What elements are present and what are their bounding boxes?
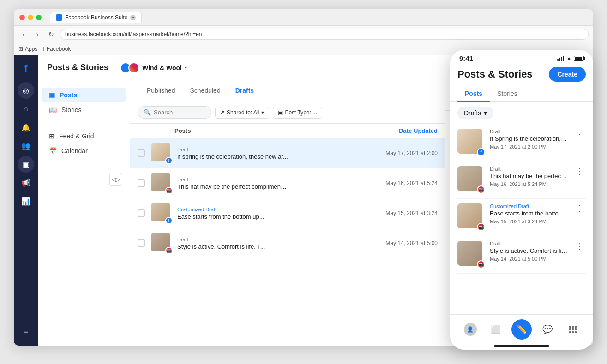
post-type-filter[interactable]: ▣ Post Type: ... bbox=[273, 107, 322, 119]
mobile-thumbnail-3: 📷 bbox=[457, 203, 485, 231]
mobile-nav-apps[interactable] bbox=[563, 319, 583, 340]
search-input[interactable] bbox=[154, 109, 205, 116]
more-options-button-2[interactable]: ⋮ bbox=[574, 166, 586, 176]
mobile-page-title: Posts & Stories bbox=[457, 68, 533, 80]
mobile-bottom-nav: 👤 ⬜ ✏️ 💬 bbox=[450, 314, 593, 343]
post-label-3: Customized Draft bbox=[177, 207, 385, 212]
bookmark-facebook-label: Facebook bbox=[47, 46, 71, 52]
mobile-nav-profile[interactable]: 👤 bbox=[460, 319, 481, 340]
tab-label: Facebook Business Suite bbox=[65, 14, 127, 21]
list-item[interactable]: 📷 Draft Style is active. Comfort is life… bbox=[457, 236, 586, 274]
mobile-filter-button[interactable]: Drafts ▾ bbox=[457, 107, 493, 119]
sidebar-icon-bell[interactable]: 🔔 bbox=[18, 119, 34, 136]
sidebar-icon-home[interactable]: ⌂ bbox=[18, 101, 34, 117]
bookmark-apps-label: Apps bbox=[25, 46, 37, 52]
nav-item-posts[interactable]: ▣ Posts bbox=[42, 88, 126, 102]
collapse-panel-button[interactable]: ◁▷ bbox=[109, 173, 122, 186]
signal-bar-4 bbox=[563, 56, 564, 61]
mobile-tab-posts[interactable]: Posts bbox=[457, 86, 490, 102]
post-text-2: This hat may be the perfect compliment t… bbox=[177, 183, 288, 190]
platform-badge-fb: f bbox=[165, 157, 173, 164]
post-info-4: Draft Style is active. Comfort is life. … bbox=[177, 237, 385, 250]
mobile-post-text-1: If Spring is the celebration, th... bbox=[490, 135, 568, 143]
account-name: Wind & Wool bbox=[142, 64, 182, 72]
nav-section-secondary: ⊞ Feed & Grid 📅 Calendar bbox=[38, 129, 130, 158]
page-header-left: Posts & Stories Wind & Wool ▾ bbox=[47, 62, 187, 73]
mobile-filter-label: Drafts bbox=[464, 109, 481, 117]
post-text-1: If spring is the celebration, these new … bbox=[177, 153, 288, 160]
mobile-post-label-1: Draft bbox=[490, 129, 569, 134]
post-text-3: Ease starts from the bottom up... bbox=[177, 213, 288, 220]
mobile-nav-messages[interactable]: 💬 bbox=[537, 319, 558, 340]
sidebar-icon-users[interactable]: 👥 bbox=[18, 137, 34, 154]
sidebar-icon-menu[interactable]: ≡ bbox=[18, 324, 34, 341]
posts-list: f Draft If spring is the celebration, th… bbox=[130, 138, 445, 346]
shared-to-filter[interactable]: ↗ Shared to: All ▾ bbox=[215, 107, 269, 119]
address-bar[interactable] bbox=[60, 29, 589, 40]
mobile-create-button[interactable]: Create bbox=[549, 67, 586, 82]
browser-tab[interactable]: Facebook Business Suite × bbox=[50, 12, 142, 23]
account-avatars bbox=[120, 62, 139, 73]
forward-button[interactable]: › bbox=[32, 29, 42, 39]
mobile-post-label-2: Draft bbox=[490, 166, 569, 172]
post-date-2: May 16, 2021 at 5:24 bbox=[385, 180, 438, 186]
table-row[interactable]: 📷 Draft This hat may be the perfect comp… bbox=[130, 168, 445, 198]
post-checkbox-2[interactable] bbox=[138, 179, 145, 187]
nav-calendar-label: Calendar bbox=[61, 147, 88, 155]
calendar-icon: 📅 bbox=[49, 147, 57, 155]
nav-item-calendar[interactable]: 📅 Calendar bbox=[42, 143, 126, 158]
post-checkbox-4[interactable] bbox=[138, 239, 145, 247]
share-icon: ↗ bbox=[220, 109, 225, 116]
account-selector[interactable]: Wind & Wool ▾ bbox=[120, 62, 187, 73]
facebook-icon: f bbox=[43, 46, 44, 52]
battery-icon bbox=[574, 56, 584, 61]
mobile-post-info-4: Draft Style is active. Comfort is life..… bbox=[490, 241, 569, 262]
mobile-thumbnail-2: 📷 bbox=[457, 166, 485, 194]
search-box[interactable]: 🔍 bbox=[138, 106, 211, 119]
tab-drafts[interactable]: Drafts bbox=[228, 80, 261, 101]
mobile-nav-pages[interactable]: ⬜ bbox=[486, 319, 506, 340]
post-thumbnail-3: f bbox=[151, 203, 172, 223]
sidebar-icon-compass[interactable]: ◎ bbox=[18, 82, 34, 99]
table-row[interactable]: f Draft If spring is the celebration, th… bbox=[130, 138, 445, 168]
list-item[interactable]: 📷 Draft This hat may be the perfect c...… bbox=[457, 161, 586, 199]
mobile-post-date-4: May 14, 2021 at 5:00 PM bbox=[490, 256, 569, 262]
minimize-btn[interactable] bbox=[28, 15, 33, 20]
reload-button[interactable]: ↻ bbox=[46, 29, 56, 39]
list-item[interactable]: 📷 Customized Draft Ease starts from the … bbox=[457, 199, 586, 236]
bookmark-apps[interactable]: ⊞ Apps bbox=[18, 46, 37, 52]
shared-to-label: Shared to: All bbox=[227, 109, 259, 116]
browser-titlebar: Facebook Business Suite × bbox=[14, 9, 593, 26]
sidebar-icon-chart[interactable]: 📊 bbox=[18, 193, 34, 209]
signal-bar-2 bbox=[559, 58, 560, 61]
nav-item-feed-grid[interactable]: ⊞ Feed & Grid bbox=[42, 129, 126, 143]
mobile-header: Posts & Stories Create bbox=[450, 64, 593, 86]
bookmark-facebook[interactable]: f Facebook bbox=[43, 46, 71, 52]
post-checkbox-1[interactable] bbox=[138, 149, 145, 157]
tab-published[interactable]: Published bbox=[139, 80, 183, 101]
sidebar-icon-posts[interactable]: ▣ bbox=[18, 156, 34, 173]
mobile-post-info-1: Draft If Spring is the celebration, th..… bbox=[490, 129, 569, 149]
post-checkbox-3[interactable] bbox=[138, 209, 145, 217]
mobile-post-text-3: Ease starts from the bottom u... bbox=[490, 210, 568, 218]
more-options-button-4[interactable]: ⋮ bbox=[574, 241, 586, 251]
mobile-nav-compose[interactable]: ✏️ bbox=[511, 319, 532, 340]
mobile-tab-stories[interactable]: Stories bbox=[490, 86, 525, 102]
nav-item-stories[interactable]: 📖 Stories bbox=[42, 102, 126, 117]
posts-column-header: Posts bbox=[174, 127, 364, 134]
table-row[interactable]: 📷 Draft Style is active. Comfort is life… bbox=[130, 228, 445, 258]
nav-stories-label: Stories bbox=[61, 106, 82, 113]
tab-close-icon[interactable]: × bbox=[130, 15, 136, 20]
more-options-button-1[interactable]: ⋮ bbox=[574, 129, 586, 139]
chevron-down-icon: ▾ bbox=[185, 65, 187, 70]
mobile-platform-ig-3: 📷 bbox=[477, 223, 485, 231]
list-item[interactable]: f Draft If Spring is the celebration, th… bbox=[457, 124, 586, 161]
sidebar-icon-megaphone[interactable]: 📢 bbox=[18, 174, 34, 191]
signal-bar-3 bbox=[561, 57, 562, 61]
maximize-btn[interactable] bbox=[36, 15, 42, 20]
table-row[interactable]: f Customized Draft Ease starts from the … bbox=[130, 198, 445, 228]
back-button[interactable]: ‹ bbox=[18, 29, 29, 39]
more-options-button-3[interactable]: ⋮ bbox=[574, 203, 586, 214]
tab-scheduled[interactable]: Scheduled bbox=[183, 80, 228, 101]
close-btn[interactable] bbox=[19, 15, 25, 20]
